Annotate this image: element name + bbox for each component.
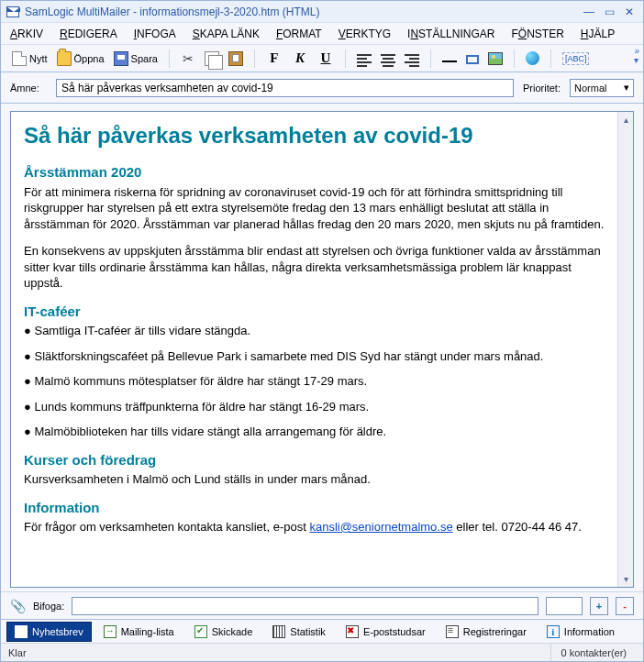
menu-arkiv[interactable]: ARKIV: [10, 28, 43, 40]
minimize-button[interactable]: —: [581, 6, 597, 18]
menu-skapa-lank[interactable]: SKAPA LÄNK: [193, 28, 260, 40]
menu-hjalp[interactable]: HJÄLP: [581, 28, 615, 40]
bold-button[interactable]: F: [262, 49, 286, 69]
cut-button[interactable]: ✂: [177, 49, 199, 69]
menu-installningar[interactable]: INSTÄLLNINGAR: [407, 28, 494, 40]
separator: [169, 50, 170, 68]
tab-label: E-poststudsar: [363, 626, 426, 637]
box-button[interactable]: [462, 49, 483, 69]
toolbar: Nytt Öppna Spara ✂ F K U [ABC] »▾: [1, 45, 643, 72]
subject-input[interactable]: [56, 79, 514, 97]
copy-icon: [205, 51, 219, 66]
app-window: SamLogic MultiMailer - informationsmejl-…: [0, 0, 644, 662]
tab-mailing-lista[interactable]: Mailing-lista: [95, 622, 183, 642]
web-button[interactable]: [522, 49, 543, 69]
scroll-up-icon[interactable]: ▴: [618, 112, 633, 127]
section-kurser-p1: Kursverksamheten i Malmö och Lund ställs…: [24, 471, 605, 488]
editor-scrollbar[interactable]: ▴ ▾: [617, 112, 633, 587]
tab-statistik[interactable]: Statistik: [264, 622, 334, 642]
align-center-button[interactable]: [377, 49, 399, 69]
titlebar: SamLogic MultiMailer - informationsmejl-…: [1, 1, 643, 23]
italic-icon: K: [292, 50, 308, 66]
attach-input[interactable]: [72, 597, 539, 615]
hr-icon: [442, 61, 457, 62]
section-kurser-heading: Kurser och föredrag: [24, 451, 605, 469]
toolbar-overflow-button[interactable]: »▾: [634, 47, 639, 65]
section-information-heading: Information: [24, 499, 605, 517]
tab-label: Statistik: [290, 626, 326, 637]
attach-add-button[interactable]: +: [590, 597, 608, 615]
save-button[interactable]: Spara: [110, 49, 161, 69]
bullet-1: ● Samtliga IT-caféer är tills vidare stä…: [24, 323, 605, 339]
contact-email-link[interactable]: kansli@seniornetmalmo.se: [309, 520, 452, 534]
menu-verktyg[interactable]: VERKTYG: [339, 28, 391, 40]
underline-button[interactable]: U: [314, 49, 338, 69]
bold-icon: F: [266, 50, 283, 66]
separator: [514, 50, 515, 68]
hr-button[interactable]: [439, 49, 461, 69]
open-label: Öppna: [74, 53, 105, 64]
spellcheck-button[interactable]: [ABC]: [559, 49, 594, 69]
tab-epoststudsar[interactable]: E-poststudsar: [338, 622, 434, 642]
editor-frame: Så här påverkas verksamheten av covid-19…: [10, 111, 634, 588]
info-text-pre: För frågor om verksamheten kontakta kans…: [24, 520, 309, 534]
tab-skickade[interactable]: Skickade: [186, 622, 261, 642]
menu-redigera[interactable]: REDIGERA: [60, 28, 117, 40]
section-arsstamman-p2: En konsekvens av uppskjuten årsstämma bl…: [24, 243, 605, 292]
menubar: ARKIV REDIGERA INFOGA SKAPA LÄNK FORMAT …: [1, 23, 643, 45]
bullet-5: ● Malmöbiblioteken har tills vidare stän…: [24, 424, 605, 440]
copy-button[interactable]: [201, 49, 223, 69]
scroll-down-icon[interactable]: ▾: [618, 571, 633, 587]
new-file-icon: [12, 51, 27, 66]
italic-button[interactable]: K: [288, 49, 312, 69]
menu-infoga[interactable]: INFOGA: [134, 28, 176, 40]
maximize-button[interactable]: ▭: [601, 6, 617, 18]
attach-extra-field[interactable]: [546, 597, 583, 615]
menu-fonster[interactable]: FÖNSTER: [511, 28, 563, 40]
tab-nyhetsbrev[interactable]: Nyhetsbrev: [6, 622, 92, 642]
new-label: Nytt: [29, 53, 48, 64]
tab-label: Registreringar: [463, 626, 527, 637]
tab-label: Mailing-lista: [121, 626, 174, 637]
info-text-post: eller tel. 0720-44 46 47.: [453, 520, 582, 534]
align-right-icon: [405, 52, 419, 65]
mail-app-icon: [6, 6, 19, 17]
open-folder-icon: [57, 51, 72, 66]
tab-label: Nyhetsbrev: [32, 626, 83, 637]
doc-title: Så här påverkas verksamheten av covid-19: [24, 121, 605, 150]
bounces-icon: [346, 625, 359, 638]
tab-information[interactable]: i Information: [539, 622, 623, 642]
close-button[interactable]: ✕: [621, 6, 638, 18]
align-right-button[interactable]: [401, 49, 423, 69]
tab-registreringar[interactable]: Registreringar: [438, 622, 535, 642]
bullet-2: ● Släktforskningscaféet på Bellevue Park…: [24, 348, 605, 365]
menu-format[interactable]: FORMAT: [276, 28, 322, 40]
separator: [550, 50, 551, 68]
tab-label: Skickade: [212, 626, 253, 637]
sent-icon: [194, 625, 207, 638]
paste-icon: [228, 51, 243, 66]
window-title: SamLogic MultiMailer - informationsmejl-…: [25, 6, 319, 18]
globe-icon: [526, 51, 539, 65]
priority-label: Prioritet:: [523, 83, 561, 94]
open-button[interactable]: Öppna: [53, 49, 108, 69]
section-arsstamman-heading: Årsstämman 2020: [24, 163, 605, 182]
save-disk-icon: [114, 51, 128, 66]
new-button[interactable]: Nytt: [8, 49, 51, 69]
html-editor[interactable]: Så här påverkas verksamheten av covid-19…: [11, 112, 617, 587]
tab-label: Information: [564, 626, 615, 637]
section-information-p1: För frågor om verksamheten kontakta kans…: [24, 519, 605, 535]
align-left-button[interactable]: [353, 49, 375, 69]
bottom-tabbar: Nyhetsbrev Mailing-lista Skickade Statis…: [1, 619, 643, 643]
mailing-list-icon: [104, 625, 117, 638]
chevron-down-icon: ▾: [624, 82, 629, 94]
attach-remove-button[interactable]: -: [616, 597, 634, 615]
statusbar: Klar 0 kontakter(er): [1, 643, 643, 661]
priority-select[interactable]: Normal ▾: [570, 79, 634, 97]
bullet-3: ● Malmö kommuns mötesplatser för äldre h…: [24, 373, 605, 390]
paste-button[interactable]: [225, 49, 247, 69]
separator: [430, 50, 431, 68]
section-itcafeer-heading: IT-caféer: [24, 303, 605, 321]
image-button[interactable]: [484, 49, 506, 69]
image-icon: [488, 52, 503, 65]
